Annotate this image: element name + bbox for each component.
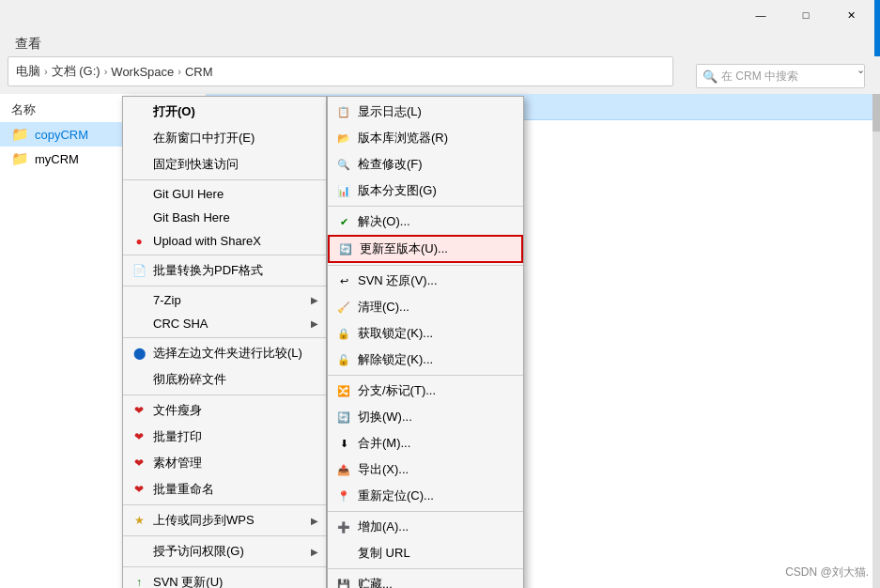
- window: — □ ✕ 查看 电脑 › 文档 (G:) › WorkSpace › CRM …: [0, 0, 880, 588]
- svn-update-icon: ↑: [131, 574, 147, 588]
- sub-copy-url[interactable]: 复制 URL: [328, 540, 523, 566]
- sep8: [123, 566, 326, 567]
- compare-icon: ⬤: [131, 345, 147, 362]
- git-bash-icon: [131, 209, 147, 226]
- search-icon: 🔍: [702, 70, 718, 84]
- rename-icon: ❤: [131, 481, 147, 498]
- print-icon: ❤: [131, 428, 147, 445]
- search-bar[interactable]: 🔍 在 CRM 中搜索: [696, 64, 865, 88]
- menu-file-slim[interactable]: ❤ 文件瘦身: [123, 397, 326, 424]
- get-lock-icon: 🔒: [335, 325, 352, 342]
- wps-arrow-icon: ▶: [311, 516, 318, 526]
- breadcrumb-sep1: ›: [44, 66, 48, 77]
- menu-batch-rename[interactable]: ❤ 批量重命名: [123, 476, 326, 503]
- sub-cleanup[interactable]: 🧹 清理(C)...: [328, 294, 523, 320]
- breadcrumb-crm: CRM: [185, 65, 213, 79]
- menu-asset-mgmt[interactable]: ❤ 素材管理: [123, 450, 326, 476]
- access-icon: [131, 543, 147, 560]
- sub-svn-revert[interactable]: ↩ SVN 还原(V)...: [328, 268, 523, 294]
- show-log-icon: 📋: [335, 103, 352, 120]
- menu-shred[interactable]: 彻底粉碎文件: [123, 366, 326, 393]
- menu-grant-access-label: 授予访问权限(G): [153, 543, 244, 560]
- maximize-button[interactable]: □: [784, 0, 827, 30]
- sub-switch-label: 切换(W)...: [358, 409, 412, 426]
- release-lock-icon: 🔓: [335, 351, 352, 368]
- close-button[interactable]: ✕: [829, 0, 872, 30]
- sub-sep3: [328, 375, 523, 376]
- export-icon: 📤: [335, 461, 352, 478]
- menu-git-gui[interactable]: Git GUI Here: [123, 182, 326, 206]
- access-arrow-icon: ▶: [311, 547, 318, 557]
- pin-icon: [131, 156, 147, 173]
- sub-stash[interactable]: 💾 贮藏...: [328, 571, 523, 588]
- crc-arrow-icon: ▶: [311, 318, 318, 329]
- menu-batch-pdf[interactable]: 📄 批量转换为PDF格式: [123, 257, 326, 284]
- repo-browser-icon: 📂: [335, 130, 352, 147]
- menu-compare-left-label: 选择左边文件夹进行比较(L): [153, 345, 302, 362]
- menu-batch-print-label: 批量打印: [153, 428, 202, 445]
- menu-batch-print[interactable]: ❤ 批量打印: [123, 424, 326, 450]
- breadcrumb-workspace: WorkSpace: [111, 65, 174, 79]
- sub-revision-graph-label: 版本分支图(G): [358, 182, 437, 199]
- sharex-icon: ●: [131, 233, 147, 250]
- menu-open-new-window[interactable]: 在新窗口中打开(E): [123, 125, 326, 151]
- menu-svn-update-label: SVN 更新(U): [153, 574, 223, 588]
- git-gui-icon: [131, 186, 147, 203]
- menu-open[interactable]: 打开(O): [123, 99, 326, 125]
- sub-get-lock[interactable]: 🔒 获取锁定(K)...: [328, 320, 523, 347]
- sub-svn-revert-label: SVN 还原(V)...: [358, 272, 438, 289]
- copy-url-icon: [335, 545, 352, 562]
- sub-add[interactable]: ➕ 增加(A)...: [328, 514, 523, 540]
- sub-branch-tag[interactable]: 🔀 分支/标记(T)...: [328, 378, 523, 404]
- sub-update-to-revision[interactable]: 🔄 更新至版本(U)...: [328, 235, 523, 263]
- menu-upload-wps[interactable]: ★ 上传或同步到WPS ▶: [123, 507, 326, 534]
- menu-svn-update[interactable]: ↑ SVN 更新(U): [123, 569, 326, 588]
- sep6: [123, 504, 326, 505]
- sub-relocate[interactable]: 📍 重新定位(C)...: [328, 483, 523, 509]
- menu-crc-sha[interactable]: CRC SHA ▶: [123, 312, 326, 335]
- resolve-icon: ✔: [335, 213, 352, 230]
- menu-pin-quick-access[interactable]: 固定到快速访问: [123, 151, 326, 178]
- minimize-button[interactable]: —: [739, 0, 782, 30]
- menu-upload-sharex[interactable]: ● Upload with ShareX: [123, 229, 326, 253]
- sub-resolve[interactable]: ✔ 解决(O)...: [328, 209, 523, 235]
- sep1: [123, 179, 326, 180]
- sub-release-lock-label: 解除锁定(K)...: [358, 351, 433, 368]
- revision-graph-icon: 📊: [335, 182, 352, 199]
- sub-export[interactable]: 📤 导出(X)...: [328, 456, 523, 483]
- menu-file-slim-label: 文件瘦身: [153, 402, 202, 419]
- sub-repo-browser[interactable]: 📂 版本库浏览器(R): [328, 125, 523, 151]
- sub-check-modifications[interactable]: 🔍 检查修改(F): [328, 151, 523, 178]
- sub-release-lock[interactable]: 🔓 解除锁定(K)...: [328, 347, 523, 373]
- submenu-tortoisesvn: 📋 显示日志(L) 📂 版本库浏览器(R) 🔍 检查修改(F) 📊 版本分支图(…: [327, 96, 524, 588]
- menu-compare-left[interactable]: ⬤ 选择左边文件夹进行比较(L): [123, 340, 326, 366]
- breadcrumb-bar[interactable]: 电脑 › 文档 (G:) › WorkSpace › CRM: [8, 56, 673, 86]
- breadcrumb-sep2: ›: [104, 66, 108, 77]
- menu-open-label: 打开(O): [153, 103, 195, 120]
- sub-add-label: 增加(A)...: [358, 518, 409, 535]
- sub-cleanup-label: 清理(C)...: [358, 299, 409, 316]
- menu-grant-access[interactable]: 授予访问权限(G) ▶: [123, 538, 326, 565]
- scrollbar-thumb[interactable]: [872, 94, 880, 132]
- svn-revert-icon: ↩: [335, 272, 352, 289]
- sub-show-log[interactable]: 📋 显示日志(L): [328, 99, 523, 125]
- menu-git-bash[interactable]: Git Bash Here: [123, 206, 326, 229]
- slim-icon: ❤: [131, 402, 147, 419]
- branch-tag-icon: 🔀: [335, 382, 352, 399]
- menu-7zip[interactable]: 7-Zip ▶: [123, 288, 326, 312]
- sub-sep1: [328, 206, 523, 207]
- sub-get-lock-label: 获取锁定(K)...: [358, 325, 433, 342]
- menu-open-new-window-label: 在新窗口中打开(E): [153, 130, 255, 147]
- sub-relocate-label: 重新定位(C)...: [358, 487, 434, 504]
- sub-merge[interactable]: ⬇ 合并(M)...: [328, 430, 523, 456]
- menu-7zip-label: 7-Zip: [153, 293, 181, 307]
- file-name-copycrm: copyCRM: [35, 128, 88, 142]
- scrollbar-track[interactable]: [872, 94, 880, 588]
- menu-asset-mgmt-label: 素材管理: [153, 455, 202, 472]
- context-menu: 打开(O) 在新窗口中打开(E) 固定到快速访问 Git GUI Here Gi…: [122, 96, 327, 588]
- sub-resolve-label: 解决(O)...: [358, 213, 410, 230]
- sub-revision-graph[interactable]: 📊 版本分支图(G): [328, 178, 523, 204]
- switch-icon: 🔄: [335, 409, 352, 426]
- sep7: [123, 535, 326, 536]
- sub-switch[interactable]: 🔄 切换(W)...: [328, 404, 523, 430]
